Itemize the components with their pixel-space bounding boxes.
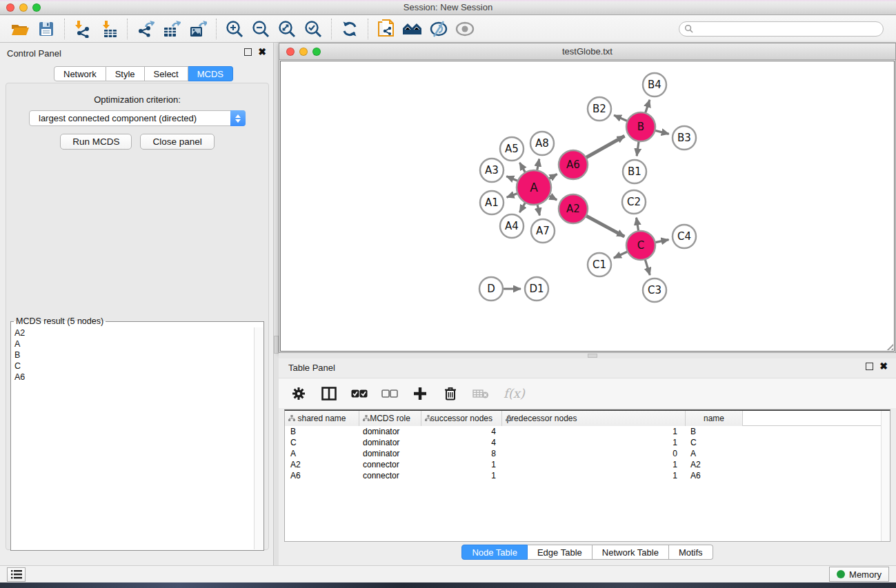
- network-canvas[interactable]: AA1A2A3A4A5A6A7A8BB1B2B3B4CC1C2C3C4DD1: [280, 61, 895, 352]
- tab-mcds[interactable]: MCDS: [188, 66, 233, 81]
- import-network-button[interactable]: [70, 17, 96, 41]
- graph-node-A7[interactable]: A7: [531, 219, 555, 243]
- refresh-button[interactable]: [337, 17, 363, 41]
- graph-edge-C-C1[interactable]: [614, 251, 629, 258]
- column-header-name[interactable]: name: [686, 411, 743, 426]
- tab-select[interactable]: Select: [145, 66, 188, 81]
- show-graphics-details-button[interactable]: [452, 17, 478, 41]
- graph-node-B2[interactable]: B2: [588, 97, 611, 121]
- tab-style[interactable]: Style: [106, 66, 145, 81]
- search-field[interactable]: [679, 21, 884, 37]
- graph-node-C1[interactable]: C1: [588, 253, 611, 276]
- memory-button[interactable]: Memory: [829, 567, 889, 582]
- run-mcds-button[interactable]: Run MCDS: [60, 134, 132, 150]
- graph-node-A5[interactable]: A5: [500, 137, 524, 161]
- hide-graphics-details-button[interactable]: [426, 17, 452, 41]
- graph-node-C2[interactable]: C2: [622, 190, 646, 214]
- graph-edge-C-C2[interactable]: [637, 218, 639, 233]
- table-row[interactable]: C dominator 4 1 C: [285, 437, 890, 448]
- close-window-button[interactable]: [6, 3, 14, 12]
- zoom-selected-button[interactable]: [300, 17, 326, 41]
- graph-node-A4[interactable]: A4: [500, 214, 524, 238]
- table-row[interactable]: B dominator 4 1 B: [285, 426, 890, 437]
- result-item[interactable]: C: [12, 361, 254, 372]
- horizontal-splitter-handle[interactable]: [588, 354, 597, 358]
- export-image-button[interactable]: [185, 17, 211, 41]
- graph-node-A[interactable]: A: [517, 170, 551, 205]
- task-history-button[interactable]: [7, 567, 26, 582]
- tab-network-table[interactable]: Network Table: [593, 545, 669, 560]
- network-overview-button[interactable]: [399, 17, 426, 41]
- export-network-button[interactable]: [132, 17, 159, 41]
- graph-node-B4[interactable]: B4: [643, 73, 666, 97]
- network-zoom-button[interactable]: [312, 48, 321, 56]
- table-row[interactable]: A6 connector 1 1 A6: [285, 470, 890, 481]
- table-row[interactable]: A2 connector 1 1 A2: [285, 459, 890, 470]
- tab-edge-table[interactable]: Edge Table: [528, 545, 593, 560]
- save-session-button[interactable]: [33, 17, 59, 41]
- graph-node-A3[interactable]: A3: [480, 159, 504, 182]
- split-panel-button[interactable]: [319, 383, 339, 404]
- graph-edge-B-B3[interactable]: [653, 130, 668, 134]
- graph-edge-C-C4[interactable]: [654, 240, 669, 243]
- float-panel-icon[interactable]: [244, 48, 252, 56]
- close-panel-icon[interactable]: ✖: [258, 48, 266, 56]
- close-table-panel-icon[interactable]: ✖: [879, 363, 888, 370]
- network-minimize-button[interactable]: [299, 48, 308, 56]
- create-column-button[interactable]: [410, 383, 430, 404]
- function-builder-button[interactable]: f(x): [501, 383, 531, 404]
- graph-node-D1[interactable]: D1: [525, 277, 548, 301]
- zoom-out-button[interactable]: [248, 17, 274, 41]
- vertical-splitter-handle[interactable]: [274, 336, 279, 354]
- graph-node-A6[interactable]: A6: [559, 150, 588, 179]
- column-header-mcds-role[interactable]: MCDS role: [359, 411, 421, 426]
- float-table-panel-icon[interactable]: [866, 363, 873, 370]
- graph-node-C[interactable]: C: [626, 231, 655, 260]
- tab-motifs[interactable]: Motifs: [669, 545, 713, 560]
- tab-node-table[interactable]: Node Table: [461, 545, 528, 560]
- graph-edge-B-B4[interactable]: [645, 100, 650, 114]
- graph-node-A2[interactable]: A2: [559, 194, 588, 223]
- graph-edge-B-B2[interactable]: [614, 115, 628, 121]
- table-scrollbar[interactable]: [881, 411, 890, 541]
- graph-node-B[interactable]: B: [626, 112, 655, 141]
- column-header-shared-name[interactable]: shared name: [285, 411, 359, 426]
- delete-table-button[interactable]: [470, 383, 491, 404]
- graph-edge-B-B1[interactable]: [637, 140, 639, 156]
- show-all-columns-button[interactable]: [349, 383, 370, 404]
- horizontal-splitter[interactable]: [279, 353, 896, 358]
- graph-edge-A2-C[interactable]: [585, 215, 625, 236]
- graph-node-C4[interactable]: C4: [673, 225, 696, 248]
- table-row[interactable]: A dominator 8 0 A: [285, 448, 890, 459]
- zoom-fit-button[interactable]: [274, 17, 300, 41]
- search-input[interactable]: [693, 24, 883, 34]
- graph-node-B3[interactable]: B3: [673, 126, 696, 150]
- optimization-criterion-dropdown[interactable]: largest connected component (directed): [29, 110, 246, 126]
- result-item[interactable]: A2: [12, 327, 254, 338]
- clone-network-button[interactable]: [373, 17, 399, 41]
- result-scrollbar[interactable]: [254, 327, 263, 549]
- column-header-successor-nodes[interactable]: successor nodes: [421, 411, 502, 426]
- result-item[interactable]: B: [12, 349, 254, 361]
- network-close-button[interactable]: [286, 48, 295, 56]
- graph-node-A1[interactable]: A1: [480, 191, 504, 214]
- column-header-predecessor-nodes[interactable]: predecessor nodes: [502, 411, 686, 426]
- graph-node-C3[interactable]: C3: [643, 278, 666, 302]
- delete-column-button[interactable]: [440, 383, 461, 404]
- minimize-window-button[interactable]: [19, 3, 28, 12]
- tab-network[interactable]: Network: [54, 66, 106, 81]
- resize-grip[interactable]: [884, 341, 893, 350]
- zoom-in-button[interactable]: [221, 17, 248, 41]
- open-session-button[interactable]: [7, 17, 33, 41]
- hide-all-columns-button[interactable]: [379, 383, 400, 404]
- export-table-button[interactable]: [159, 17, 185, 41]
- graph-edge-C-C3[interactable]: [645, 258, 650, 275]
- zoom-window-button[interactable]: [32, 3, 41, 12]
- graph-node-B1[interactable]: B1: [623, 160, 646, 183]
- import-table-button[interactable]: [96, 17, 122, 41]
- table-settings-button[interactable]: [288, 383, 309, 404]
- result-item[interactable]: A6: [12, 372, 254, 383]
- graph-node-A8[interactable]: A8: [530, 132, 554, 155]
- result-item[interactable]: A: [12, 338, 254, 349]
- close-panel-button[interactable]: Close panel: [140, 134, 214, 150]
